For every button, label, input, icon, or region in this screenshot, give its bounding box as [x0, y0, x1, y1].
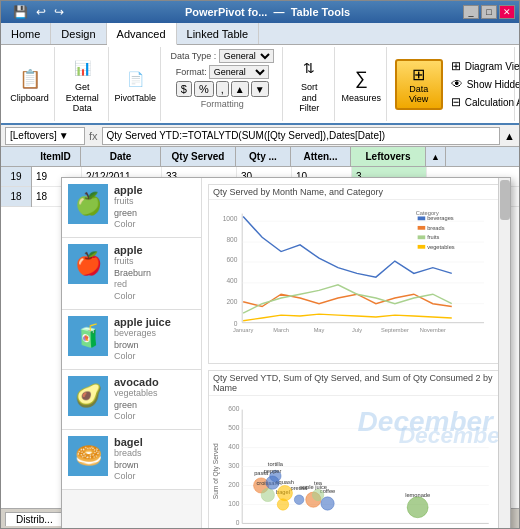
card-info-avocado: avocado vegetables green Color: [114, 376, 195, 423]
svg-text:300: 300: [228, 462, 239, 469]
sort-filter-icon: ⇅: [295, 54, 323, 82]
line-chart-title: Qty Served by Month Name, and Category: [209, 185, 503, 200]
tab-home[interactable]: Home: [1, 23, 51, 44]
tab-design[interactable]: Design: [51, 23, 106, 44]
clipboard-icon: 📋: [16, 65, 44, 93]
svg-text:600: 600: [226, 256, 237, 263]
scroll-thumb[interactable]: [500, 180, 510, 220]
sort-filter-label: Sort andFilter: [293, 82, 325, 114]
show-hidden-icon: 👁: [451, 77, 463, 91]
svg-text:tea: tea: [314, 480, 323, 486]
name-box[interactable]: [Leftovers] ▼: [5, 127, 85, 145]
external-data-label: Get ExternalData: [66, 82, 99, 114]
close-button[interactable]: ✕: [499, 5, 515, 19]
col-header-leftovers[interactable]: Leftovers: [351, 147, 426, 166]
col-header-itemid[interactable]: ItemID: [31, 147, 81, 166]
calculation-area-button[interactable]: ⊟ Calculation Area: [447, 94, 520, 110]
get-external-data-button[interactable]: 📊 Get ExternalData: [62, 52, 103, 116]
svg-point-55: [261, 488, 274, 501]
list-item[interactable]: 🍏 apple fruits green Color: [62, 178, 201, 238]
data-view-label: DataView: [409, 84, 428, 104]
list-item[interactable]: 🥯 bagel breads brown Color: [62, 430, 201, 490]
col-header-qty-served[interactable]: Qty Served: [161, 147, 236, 166]
line-chart-svg: 0 200 400 600 800 1000: [209, 200, 503, 360]
svg-rect-19: [418, 216, 426, 220]
svg-text:400: 400: [228, 443, 239, 450]
tab-linked-table[interactable]: Linked Table: [177, 23, 260, 44]
col-header-date[interactable]: Date: [81, 147, 161, 166]
card-detail: vegetables green Color: [114, 388, 195, 423]
list-item[interactable]: 🧃 apple juice beverages brown Color: [62, 310, 201, 370]
card-name: avocado: [114, 376, 195, 388]
card-detail: breads brown Color: [114, 448, 195, 483]
bubble-chart-body: December: [209, 396, 503, 528]
line-chart-container: Qty Served by Month Name, and Category 0…: [208, 184, 504, 364]
column-headers: ItemID Date Qty Served Qty ... Atten... …: [1, 147, 519, 167]
pivot-table-button[interactable]: 📄 PivotTable: [110, 63, 160, 106]
row-numbers: 19 18: [1, 167, 32, 207]
format-row: Format: General: [176, 65, 269, 79]
ribbon-group-formatting: Data Type : General Format: General $ % …: [163, 47, 283, 121]
scrollbar[interactable]: [498, 178, 510, 528]
bubble-chart-container: Qty Served YTD, Sum of Qty Served, and S…: [208, 370, 504, 528]
percent-button[interactable]: %: [194, 81, 214, 97]
redo-icon[interactable]: ↪: [52, 5, 66, 19]
undo-icon[interactable]: ↩: [34, 5, 48, 19]
list-item[interactable]: 🍎 apple fruits Braeburn red Color: [62, 238, 201, 310]
svg-text:July: July: [352, 327, 362, 333]
clipboard-button[interactable]: 📋 Clipboard: [6, 63, 53, 106]
card-detail: beverages brown Color: [114, 328, 195, 363]
title-bar: 💾 ↩ ↪ PowerPivot fo... — Table Tools _ □…: [1, 1, 519, 23]
col-header-attendance[interactable]: Atten...: [291, 147, 351, 166]
svg-text:200: 200: [228, 481, 239, 488]
svg-rect-25: [418, 245, 426, 249]
data-view-button[interactable]: ⊞ DataView: [395, 59, 443, 110]
svg-text:100: 100: [228, 500, 239, 507]
card-detail: fruits Braeburn red Color: [114, 256, 195, 303]
charts-area: Qty Served by Month Name, and Category 0…: [202, 178, 510, 528]
ribbon-group-sort-filter: ⇅ Sort andFilter: [285, 47, 335, 121]
spreadsheet-area: ItemID Date Qty Served Qty ... Atten... …: [1, 147, 519, 528]
format-select[interactable]: General: [209, 65, 269, 79]
sheet-tab-distrib[interactable]: Distrib...: [5, 512, 64, 526]
diagram-view-button[interactable]: ⊞ Diagram View: [447, 58, 520, 74]
measures-label: Measures: [341, 93, 381, 104]
bubble-chart-title: Qty Served YTD, Sum of Qty Served, and S…: [209, 371, 503, 396]
row-num-1: 19: [1, 167, 31, 187]
svg-text:1000: 1000: [223, 215, 238, 222]
ribbon-group-measures: ∑ Measures: [337, 47, 387, 121]
svg-point-67: [321, 497, 334, 510]
formula-bar-arrow: ▲: [504, 130, 515, 142]
list-item[interactable]: 🥑 avocado vegetables green Color: [62, 370, 201, 430]
comma-button[interactable]: ,: [216, 81, 229, 97]
sort-filter-button[interactable]: ⇅ Sort andFilter: [289, 52, 329, 116]
cards-sidebar: 🍏 apple fruits green Color 🍎 apple: [62, 178, 202, 528]
svg-point-71: [407, 497, 428, 518]
tab-advanced[interactable]: Advanced: [107, 23, 177, 45]
view-options: ⊞ Diagram View 👁 Show Hidden ⊟ Calculati…: [447, 58, 520, 110]
svg-text:breads: breads: [427, 225, 445, 231]
card-info-juice: apple juice beverages brown Color: [114, 316, 195, 363]
measures-icon: ∑: [347, 65, 375, 93]
minimize-button[interactable]: _: [463, 5, 479, 19]
svg-text:Sum of Qty Served: Sum of Qty Served: [212, 443, 220, 499]
measures-button[interactable]: ∑ Measures: [337, 63, 385, 106]
dec-decrease-button[interactable]: ▼: [251, 81, 269, 97]
formatting-label: Formatting: [201, 99, 244, 109]
data-type-select[interactable]: General: [219, 49, 274, 63]
maximize-button[interactable]: □: [481, 5, 497, 19]
card-name: bagel: [114, 436, 195, 448]
pivot-icon: 📄: [121, 65, 149, 93]
save-icon[interactable]: 💾: [11, 5, 30, 19]
currency-button[interactable]: $: [176, 81, 192, 97]
ribbon-tabs: Home Design Advanced Linked Table: [1, 23, 519, 45]
col-header-add[interactable]: ▲: [426, 147, 446, 166]
svg-point-69: [312, 489, 323, 500]
svg-text:600: 600: [228, 406, 239, 413]
ribbon-group-pivot: 📄 PivotTable: [111, 47, 161, 121]
show-hidden-button[interactable]: 👁 Show Hidden: [447, 76, 520, 92]
card-image-avocado: 🥑: [68, 376, 108, 416]
col-header-qty[interactable]: Qty ...: [236, 147, 291, 166]
svg-text:800: 800: [226, 236, 237, 243]
dec-increase-button[interactable]: ▲: [231, 81, 249, 97]
